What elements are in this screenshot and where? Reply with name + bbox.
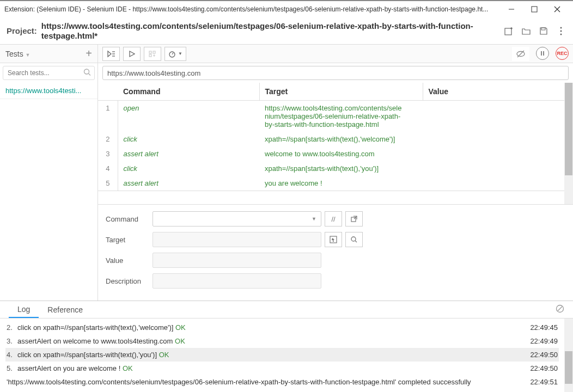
reference-tab[interactable]: Reference [39, 302, 92, 317]
value-header: Value [423, 83, 564, 101]
command-row[interactable]: 2clickxpath=//span[starts-with(text(),'w… [98, 132, 564, 146]
svg-point-9 [560, 30, 562, 32]
svg-marker-17 [130, 51, 135, 57]
clear-log-button[interactable] [556, 304, 564, 315]
menu-icon[interactable] [556, 26, 566, 36]
log-scrollbar[interactable] [564, 318, 573, 392]
target-label: Target [106, 236, 153, 244]
svg-rect-18 [149, 51, 151, 53]
command-editor: Command // Target Value Description [98, 204, 573, 301]
command-label: Command [106, 215, 153, 223]
select-target-button[interactable] [325, 232, 342, 247]
svg-rect-19 [153, 51, 155, 53]
log-summary: 'https://www.tools4testing.com/contents/… [5, 375, 559, 389]
description-label: Description [106, 277, 153, 285]
sidebar: Tests ▼ + https://www.tools4testi... [0, 45, 98, 301]
minimize-button[interactable] [500, 2, 523, 17]
new-project-icon[interactable] [503, 26, 514, 36]
svg-line-32 [355, 241, 357, 242]
save-project-icon[interactable] [538, 26, 549, 36]
toggle-comment-button[interactable]: // [325, 211, 342, 226]
tests-dropdown[interactable]: Tests ▼ [5, 50, 31, 58]
target-input[interactable] [153, 232, 321, 247]
run-all-button[interactable] [102, 47, 120, 61]
test-item[interactable]: https://www.tools4testi... [0, 83, 97, 99]
find-target-button[interactable] [345, 232, 363, 247]
command-header: Command [118, 83, 259, 101]
command-row[interactable]: 1openhttps://www.tools4testing.com/conte… [98, 101, 564, 132]
window-title: Extension: (Selenium IDE) - Selenium IDE… [4, 5, 500, 13]
log-entry[interactable]: 2.click on xpath=//span[starts-with(text… [5, 321, 559, 334]
maximize-button[interactable] [523, 2, 546, 17]
toolbar: ▼ REC [98, 45, 573, 63]
svg-line-22 [172, 53, 173, 54]
command-row[interactable]: 5assert alertyou are welcome ! [98, 176, 564, 191]
description-input[interactable] [153, 273, 321, 289]
pause-button[interactable] [536, 47, 549, 60]
speed-button[interactable]: ▼ [164, 47, 186, 61]
add-test-button[interactable]: + [86, 47, 92, 60]
value-input[interactable] [153, 253, 321, 268]
svg-line-12 [89, 74, 91, 76]
project-bar: Project: https://www.tools4testing.com/c… [0, 17, 573, 45]
open-project-icon[interactable] [521, 26, 532, 36]
svg-rect-1 [532, 7, 537, 12]
scrollbar[interactable] [564, 83, 573, 204]
commands-table: Command Target Value 1openhttps://www.to… [98, 83, 564, 191]
log-tab[interactable]: Log [9, 302, 39, 318]
svg-point-8 [560, 27, 562, 28]
value-label: Value [106, 256, 153, 265]
base-url-input[interactable] [102, 66, 569, 80]
open-new-window-button[interactable] [345, 211, 363, 226]
step-button[interactable] [144, 47, 161, 61]
run-button[interactable] [123, 47, 141, 61]
log-entry[interactable]: 5.assertAlert on you are welcome ! OK22:… [5, 362, 559, 375]
command-row[interactable]: 4clickxpath=//span[starts-with(text(),'y… [98, 161, 564, 176]
window-titlebar: Extension: (Selenium IDE) - Selenium IDE… [0, 0, 573, 17]
log-section: Log Reference 2.click on xpath=//span[st… [0, 301, 573, 392]
target-header: Target [259, 83, 423, 101]
search-tests-input[interactable] [3, 66, 95, 80]
svg-rect-4 [505, 28, 511, 35]
disable-breakpoints-button[interactable] [512, 47, 529, 61]
project-label: Project: [7, 26, 37, 35]
svg-marker-30 [332, 238, 334, 242]
svg-point-11 [84, 69, 89, 74]
command-select[interactable] [153, 211, 321, 226]
project-title: https://www.tools4testing.com/contents/s… [41, 21, 503, 41]
log-entry[interactable]: 4.click on xpath=//span[starts-with(text… [5, 348, 559, 362]
svg-point-10 [560, 33, 562, 35]
record-button[interactable]: REC [556, 47, 569, 60]
command-row[interactable]: 3assert alertwelcome to www.tools4testin… [98, 146, 564, 161]
close-button[interactable] [546, 2, 569, 17]
search-icon [83, 69, 91, 78]
svg-rect-20 [149, 54, 151, 57]
svg-point-31 [351, 237, 356, 241]
log-entry[interactable]: 3.assertAlert on welcome to www.tools4te… [5, 334, 559, 348]
svg-line-34 [558, 307, 562, 311]
svg-marker-13 [108, 51, 111, 57]
